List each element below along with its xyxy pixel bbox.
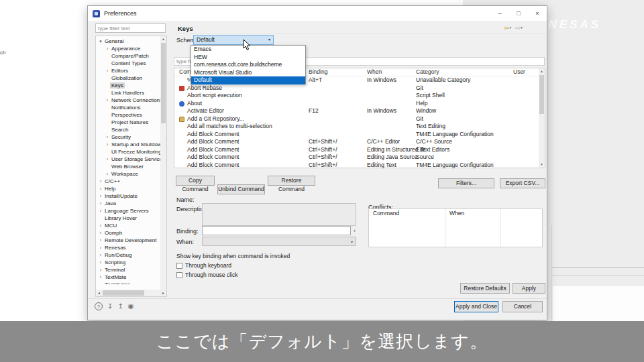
scroll-down-icon[interactable]: ▼ <box>539 162 545 168</box>
chevron-right-icon[interactable]: › <box>98 207 103 215</box>
tree-item-startup-and-shutdown[interactable]: ›Startup and Shutdown <box>97 141 160 148</box>
table-row[interactable]: Add Block CommentCtrl+Shift+/C/C++ Edito… <box>174 138 540 146</box>
tree-item-terminal[interactable]: ›Terminal <box>97 266 160 274</box>
chevron-right-icon[interactable]: › <box>105 97 110 104</box>
table-vertical-scrollbar[interactable]: ▲ ▼ <box>539 68 545 168</box>
apply-and-close-button[interactable]: Apply and Close <box>454 301 498 312</box>
chevron-right-icon[interactable]: › <box>98 274 103 281</box>
scheme-option-default[interactable]: Default <box>191 76 305 84</box>
checkbox-icon[interactable] <box>176 263 182 269</box>
maximize-button[interactable]: □ <box>509 6 528 21</box>
scheme-option-com-renesas-cdt-core-buildscheme[interactable]: com.renesas.cdt.core.buildscheme <box>191 61 305 69</box>
chevron-right-icon[interactable]: › <box>105 156 110 163</box>
chevron-right-icon[interactable]: › <box>105 45 110 52</box>
chevron-right-icon[interactable]: › <box>98 192 103 200</box>
export-preferences-icon[interactable]: ↥ <box>117 302 123 310</box>
scheme-option-microsoft-visual-studio[interactable]: Microsoft Visual Studio <box>191 69 305 77</box>
tree-item-c-c[interactable]: ›C/C++ <box>97 178 160 185</box>
tree-item-textmate[interactable]: ›TextMate <box>97 274 160 281</box>
tree-item-network-connections[interactable]: ›Network Connections <box>97 97 160 104</box>
table-row[interactable]: Abort RebaseGit <box>174 84 540 93</box>
restore-command-button[interactable]: Restore Command <box>268 176 315 186</box>
scroll-up-icon[interactable]: ▲ <box>539 68 545 74</box>
tree-item-editors[interactable]: ›Editors <box>97 67 160 74</box>
chevron-down-icon[interactable]: ▾ <box>98 38 103 45</box>
forward-icon[interactable]: ⇨▾ <box>515 23 523 32</box>
preference-recorder-icon[interactable]: ◉ <box>128 302 134 310</box>
table-row[interactable]: AboutHelp <box>174 100 540 108</box>
filters-button[interactable]: Filters... <box>438 178 494 188</box>
tree-item-remote-development[interactable]: ›Remote Development <box>97 237 160 244</box>
conflicts-when-header[interactable]: When <box>449 210 464 217</box>
tree-item-toolchains[interactable]: Toolchains <box>97 281 160 284</box>
column-header-when[interactable]: When <box>367 68 382 76</box>
table-row[interactable]: Add a Git Repository...Git <box>174 115 540 123</box>
tree-item-renesas[interactable]: ›Renesas <box>97 244 160 251</box>
chevron-right-icon[interactable]: › <box>98 178 103 185</box>
help-icon[interactable]: ? <box>95 302 103 310</box>
tree-horizontal-scrollbar[interactable]: ◄ ► <box>96 290 166 296</box>
tree-item-compare-patch[interactable]: Compare/Patch <box>97 52 160 60</box>
chevron-right-icon[interactable]: › <box>98 222 103 229</box>
conflicts-command-header[interactable]: Command <box>373 210 399 217</box>
chevron-right-icon[interactable]: › <box>98 185 103 192</box>
tree-item-oomph[interactable]: ›Oomph <box>97 229 160 237</box>
tree-item-project-natures[interactable]: Project Natures <box>97 119 160 126</box>
tree-item-help[interactable]: ›Help <box>97 185 160 192</box>
unbind-command-button[interactable]: Unbind Command <box>217 184 265 194</box>
tree-item-ui-freeze-monitoring[interactable]: UI Freeze Monitoring <box>97 148 160 156</box>
chevron-right-icon[interactable]: › <box>105 133 110 141</box>
scheme-dropdown[interactable]: Default ▾ <box>193 35 274 45</box>
tree-item-install-update[interactable]: ›Install/Update <box>97 192 160 200</box>
tree-item-link-handlers[interactable]: Link Handlers <box>97 89 160 97</box>
scrollbar-thumb[interactable] <box>103 290 144 296</box>
minimize-button[interactable]: – <box>490 6 509 21</box>
tree-item-language-servers[interactable]: ›Language Servers <box>97 207 160 215</box>
restore-defaults-button[interactable]: Restore Defaults <box>460 283 510 294</box>
column-header-user[interactable]: User <box>513 68 525 76</box>
tree-item-security[interactable]: ›Security <box>97 133 160 141</box>
table-row[interactable]: Activate EditorF12In WindowsWindow <box>174 107 540 115</box>
tree-item-mcu[interactable]: ›MCU <box>97 222 160 229</box>
table-row[interactable]: Add Block CommentCtrl+Shift+/Editing Jav… <box>174 154 540 162</box>
chevron-right-icon[interactable]: › <box>98 229 103 237</box>
table-row[interactable]: Add all matches to multi-selectionText E… <box>174 123 540 131</box>
tree-item-keys[interactable]: Keys <box>97 82 160 89</box>
export-csv-button[interactable]: Export CSV... <box>500 178 545 188</box>
chevron-right-icon[interactable]: › <box>98 200 103 207</box>
tree-item-user-storage-service[interactable]: ›User Storage Service <box>97 156 160 163</box>
tree-item-web-browser[interactable]: Web Browser <box>97 163 160 170</box>
scrollbar-thumb[interactable] <box>161 43 166 123</box>
dialog-titlebar[interactable]: Preferences – □ × <box>88 6 547 21</box>
chevron-right-icon[interactable]: › <box>98 251 103 259</box>
tree-item-perspectives[interactable]: Perspectives <box>97 111 160 119</box>
checkbox-through-mouse-click[interactable]: Through mouse click <box>176 270 237 280</box>
tree-item-run-debug[interactable]: ›Run/Debug <box>97 251 160 259</box>
checkbox-icon[interactable] <box>176 272 182 278</box>
tree-item-notifications[interactable]: Notifications <box>97 104 160 111</box>
binding-input[interactable] <box>202 226 351 235</box>
back-icon[interactable]: ⇦▾ <box>504 23 511 32</box>
binding-arrow-icon[interactable]: ‹ <box>354 227 356 234</box>
close-button[interactable]: × <box>528 6 547 21</box>
table-row[interactable]: Add Block CommentCtrl+Shift+/Editing Tex… <box>174 162 540 170</box>
table-row[interactable]: Add Block CommentCtrl+Shift+/Editing in … <box>174 146 540 154</box>
apply-button[interactable]: Apply <box>513 283 545 294</box>
chevron-right-icon[interactable]: › <box>98 259 103 266</box>
chevron-right-icon[interactable]: › <box>105 141 110 148</box>
table-row[interactable]: Add Block CommentTM4E Language Configura… <box>174 131 540 139</box>
tree-item-search[interactable]: Search <box>97 126 160 133</box>
column-header-binding[interactable]: Binding <box>309 68 327 76</box>
tree-item-workspace[interactable]: ›Workspace <box>97 170 160 178</box>
tree-item-globalization[interactable]: Globalization <box>97 74 160 82</box>
scrollbar-thumb[interactable] <box>539 75 544 114</box>
chevron-right-icon[interactable]: › <box>105 67 110 74</box>
tree-item-library-hover[interactable]: Library Hover <box>97 215 160 222</box>
chevron-right-icon[interactable]: › <box>98 237 103 244</box>
scheme-option-hew[interactable]: HEW <box>191 54 305 62</box>
chevron-right-icon[interactable]: › <box>105 170 110 178</box>
import-preferences-icon[interactable]: ↧ <box>107 302 113 310</box>
sidebar-filter-input[interactable] <box>95 23 166 33</box>
copy-command-button[interactable]: Copy Command <box>176 176 215 186</box>
tree-vertical-scrollbar[interactable]: ▲ <box>160 36 166 290</box>
